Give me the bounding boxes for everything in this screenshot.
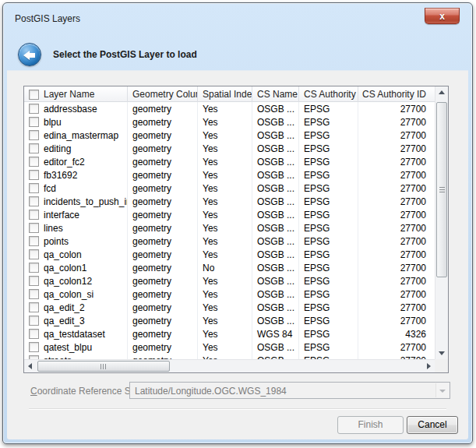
titlebar[interactable]: PostGIS Layers x bbox=[3, 3, 472, 30]
cell-geometry_column: geometry bbox=[128, 208, 198, 221]
table-row[interactable]: qatest_blpugeometryYesOSGB ...EPSG27700 bbox=[24, 340, 435, 354]
cell-spatial_index: Yes bbox=[198, 115, 252, 129]
vertical-scrollbar-thumb[interactable] bbox=[436, 102, 447, 277]
table-row[interactable]: edina_mastermapgeometryYesOSGB ...EPSG27… bbox=[24, 129, 435, 142]
cell-cs_authority: EPSG bbox=[299, 168, 358, 182]
cell-text: geometry bbox=[132, 329, 171, 340]
cell-cs_name: OSGB ... bbox=[252, 129, 299, 142]
table-row[interactable]: qa_colon_sigeometryYesOSGB ...EPSG27700 bbox=[24, 287, 435, 301]
row-checkbox[interactable] bbox=[29, 276, 39, 286]
row-checkbox[interactable] bbox=[29, 104, 39, 114]
cell-geometry_column: geometry bbox=[128, 248, 198, 261]
table-row[interactable]: qa_colon1geometryNoOSGB ...EPSG27700 bbox=[24, 261, 435, 274]
table-row[interactable]: qa_edit_2geometryYesOSGB ...EPSG27700 bbox=[24, 301, 435, 314]
select-all-checkbox[interactable] bbox=[29, 90, 39, 100]
horizontal-scrollbar-thumb[interactable] bbox=[37, 361, 170, 372]
scroll-right-button[interactable] bbox=[422, 360, 435, 372]
window-title: PostGIS Layers bbox=[15, 13, 80, 24]
cell-text: Yes bbox=[203, 316, 218, 326]
row-checkbox[interactable] bbox=[29, 143, 39, 153]
cell-name: qa_colon1 bbox=[24, 261, 128, 274]
row-checkbox[interactable] bbox=[29, 117, 39, 127]
scroll-up-button[interactable] bbox=[435, 86, 448, 99]
cell-spatial_index: Yes bbox=[198, 287, 252, 301]
cell-text: blpu bbox=[44, 117, 62, 128]
row-checkbox[interactable] bbox=[29, 183, 39, 193]
row-checkbox[interactable] bbox=[29, 316, 39, 326]
table-row[interactable]: fcdgeometryYesOSGB ...EPSG27700 bbox=[24, 182, 435, 195]
row-checkbox[interactable] bbox=[29, 249, 39, 259]
table-row[interactable]: qa_colongeometryYesOSGB ...EPSG27700 bbox=[24, 248, 435, 261]
table-row[interactable]: blpugeometryYesOSGB ...EPSG27700 bbox=[24, 115, 435, 129]
cell-text: geometry bbox=[132, 289, 171, 300]
table-row[interactable]: qa_colon12geometryYesOSGB ...EPSG27700 bbox=[24, 274, 435, 287]
row-checkbox[interactable] bbox=[29, 210, 39, 220]
cell-text: OSGB ... bbox=[257, 117, 294, 128]
cell-text: Yes bbox=[203, 302, 218, 313]
row-checkbox[interactable] bbox=[29, 223, 39, 233]
column-header-spatial_index[interactable]: Spatial Index bbox=[198, 86, 252, 102]
row-checkbox[interactable] bbox=[29, 130, 39, 140]
table-row[interactable]: fb31692geometryYesOSGB ...EPSG27700 bbox=[24, 168, 435, 182]
row-checkbox[interactable] bbox=[29, 236, 39, 246]
column-header-cs_authority_id[interactable]: CS Authority ID bbox=[358, 86, 435, 102]
crs-label-mnemonic: C bbox=[30, 386, 37, 397]
layers-table: Layer NameGeometry ColumnSpatial IndexCS… bbox=[23, 86, 449, 373]
cancel-button[interactable]: Cancel bbox=[407, 416, 458, 434]
cell-cs_authority: EPSG bbox=[299, 340, 358, 354]
table-row[interactable]: editinggeometryYesOSGB ...EPSG27700 bbox=[24, 142, 435, 155]
column-header-name[interactable]: Layer Name bbox=[24, 86, 128, 102]
table-row[interactable]: incidents_to_push_int...geometryYesOSGB … bbox=[24, 195, 435, 208]
cell-geometry_column: geometry bbox=[128, 182, 198, 195]
cell-cs_authority: EPSG bbox=[299, 235, 358, 248]
cell-spatial_index: Yes bbox=[198, 155, 252, 168]
back-button[interactable] bbox=[18, 43, 41, 66]
row-checkbox[interactable] bbox=[29, 157, 39, 167]
table-row[interactable]: qa_edit_3geometryYesOSGB ...EPSG27700 bbox=[24, 314, 435, 327]
cell-cs_name: OSGB ... bbox=[252, 354, 299, 359]
cell-text: 27700 bbox=[400, 316, 426, 326]
cell-text: EPSG bbox=[304, 302, 330, 313]
column-header-geometry_column[interactable]: Geometry Column bbox=[128, 86, 198, 102]
row-checkbox[interactable] bbox=[29, 342, 39, 352]
cell-name: qa_colon bbox=[24, 248, 128, 261]
row-checkbox[interactable] bbox=[29, 170, 39, 180]
cell-cs_authority_id: 4326 bbox=[358, 327, 435, 340]
table-row[interactable]: editor_fc2geometryYesOSGB ...EPSG27700 bbox=[24, 155, 435, 168]
table-row[interactable]: addressbasegeometryYesOSGB ...EPSG27700 bbox=[24, 102, 435, 115]
row-checkbox[interactable] bbox=[29, 196, 39, 206]
row-checkbox[interactable] bbox=[29, 302, 39, 312]
column-header-cs_authority[interactable]: CS Authority bbox=[299, 86, 358, 102]
scroll-left-button[interactable] bbox=[24, 360, 37, 372]
page-instruction: Select the PostGIS Layer to load bbox=[53, 49, 197, 60]
cell-geometry_column: geometry bbox=[128, 195, 198, 208]
vertical-scrollbar[interactable] bbox=[435, 86, 448, 359]
scroll-down-button[interactable] bbox=[435, 347, 448, 359]
cell-geometry_column: geometry bbox=[128, 314, 198, 327]
horizontal-scrollbar[interactable] bbox=[24, 359, 435, 372]
cell-cs_name: OSGB ... bbox=[252, 221, 299, 235]
cell-text: EPSG bbox=[304, 329, 330, 340]
column-header-label: CS Authority ID bbox=[362, 89, 426, 100]
cell-spatial_index: Yes bbox=[198, 314, 252, 327]
table-row[interactable]: qa_testdatasetgeometryYesWGS 84EPSG4326 bbox=[24, 327, 435, 340]
table-row[interactable]: linesgeometryYesOSGB ...EPSG27700 bbox=[24, 221, 435, 235]
cell-text: OSGB ... bbox=[257, 302, 294, 313]
table-row[interactable]: interfacegeometryYesOSGB ...EPSG27700 bbox=[24, 208, 435, 221]
row-checkbox[interactable] bbox=[29, 329, 39, 339]
cell-text: OSGB ... bbox=[257, 210, 294, 220]
row-checkbox[interactable] bbox=[29, 289, 39, 299]
row-checkbox[interactable] bbox=[29, 263, 39, 273]
cell-spatial_index: Yes bbox=[198, 182, 252, 195]
cell-text: OSGB ... bbox=[257, 157, 294, 168]
cell-text: Yes bbox=[203, 117, 218, 128]
table-row[interactable]: streetsgeometryYesOSGB ...EPSG27700 bbox=[24, 354, 435, 359]
cell-text: 27700 bbox=[400, 183, 426, 194]
cell-cs_authority_id: 27700 bbox=[358, 314, 435, 327]
cell-text: EPSG bbox=[304, 236, 330, 247]
cell-text: geometry bbox=[132, 143, 171, 154]
close-button[interactable]: x bbox=[425, 8, 460, 24]
column-header-cs_name[interactable]: CS Name bbox=[252, 86, 299, 102]
table-row[interactable]: pointsgeometryYesOSGB ...EPSG27700 bbox=[24, 235, 435, 248]
cell-text: Yes bbox=[203, 196, 218, 207]
